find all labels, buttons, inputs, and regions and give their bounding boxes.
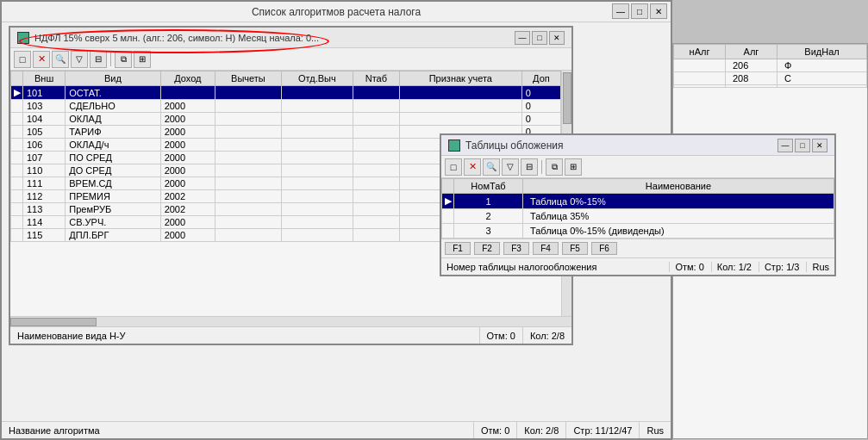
tax-search-button[interactable]: 🔍 — [483, 158, 500, 176]
tax-minimize-button[interactable]: — — [777, 139, 793, 152]
sub-status-bar: Наименование вида Н-У Отм: 0 Кол: 2/8 — [10, 326, 571, 344]
filter-button[interactable]: ▽ — [71, 51, 88, 68]
table-row[interactable]: 104 ОКЛАД 2000 0 — [11, 113, 561, 126]
tax-table-row[interactable]: 2 Таблица 35% — [442, 209, 834, 224]
col-dohod-header: Доход — [160, 71, 215, 86]
col-priznak-header: Признак учета — [399, 71, 521, 86]
tax-status-str: Стр: 1/3 — [759, 262, 800, 272]
main-window-controls: — □ ✕ — [612, 3, 667, 19]
maximize-button[interactable]: □ — [631, 3, 648, 19]
col-vychety-header: Вычеты — [215, 71, 282, 86]
main-bottom-status: Название алгоритма Отм: 0 Кол: 2/8 Стр: … — [2, 421, 671, 438]
tax-table-row[interactable]: 3 Таблица 0%-15% (дивиденды) — [442, 224, 834, 239]
fn-key-f4[interactable]: F4 — [533, 242, 559, 255]
col-dop-header: Доп — [521, 71, 560, 86]
fn-key-f1[interactable]: F1 — [445, 242, 471, 255]
tax-table-row[interactable]: ▶ 1 Таблица 0%-15% — [442, 194, 834, 209]
fn-key-f6[interactable]: F6 — [591, 242, 617, 255]
col-indicator-header — [11, 71, 23, 86]
right-table-row — [674, 85, 867, 88]
tax-filter-button[interactable]: ▽ — [502, 158, 519, 176]
col-otd-vych-header: Отд.Выч — [281, 71, 353, 86]
tax-status-kol: Кол: 1/2 — [711, 262, 752, 272]
tax-toolbar: □ ✕ 🔍 ▽ ⊟ ⧉ ⊞ — [441, 156, 834, 178]
tax-close-button[interactable]: ✕ — [812, 139, 827, 152]
sub-toolbar: □ ✕ 🔍 ▽ ⊟ ⧉ ⊞ — [10, 48, 571, 71]
toolbar-separator — [110, 53, 111, 66]
tax-status-otm: Отм: 0 — [669, 262, 703, 272]
tax-fn-bar: F1F2F3F4F5F6 — [441, 239, 834, 257]
main-status-kol: Кол: 2/8 — [517, 422, 566, 438]
tax-copy-button[interactable]: ⧉ — [546, 158, 563, 176]
fn-key-f5[interactable]: F5 — [562, 242, 588, 255]
tax-titlebar: Таблицы обложения — □ ✕ — [441, 135, 834, 156]
tax-data-table: НомТаб Наименование ▶ 1 Таблица 0%-15% 2… — [441, 178, 834, 239]
table-row[interactable]: 103 СДЕЛЬНО 2000 0 — [11, 100, 561, 113]
col-vid-header: Вид — [66, 71, 160, 86]
paste-button[interactable]: ⊞ — [134, 51, 151, 68]
tax-paste-button[interactable]: ⊞ — [565, 158, 582, 176]
main-status-str: Стр: 11/12/47 — [566, 422, 640, 438]
delete-record-button[interactable]: ✕ — [33, 51, 50, 68]
tax-window-title: Таблицы обложения — [465, 139, 777, 152]
sub-titlebar: НДФЛ 15% сверх 5 млн. (алг.: 206, символ… — [10, 28, 571, 48]
new-record-button[interactable]: □ — [14, 51, 31, 68]
tax-new-button[interactable]: □ — [445, 158, 462, 176]
sub-maximize-button[interactable]: □ — [532, 31, 547, 45]
tax-window: Таблицы обложения — □ ✕ □ ✕ 🔍 ▽ ⊟ ⧉ ⊞ Но… — [440, 133, 836, 276]
col-ntab-header: Nтаб — [353, 71, 399, 86]
tax-delete-button[interactable]: ✕ — [464, 158, 481, 176]
main-status-rus: Rus — [640, 422, 671, 438]
search-button[interactable]: 🔍 — [52, 51, 69, 68]
main-status-otm: Отм: 0 — [474, 422, 517, 438]
tax-window-controls: — □ ✕ — [777, 139, 827, 152]
col-vidnal: ВидНал — [777, 45, 867, 59]
right-table-row: 208 С — [674, 72, 867, 85]
copy-button[interactable]: ⧉ — [115, 51, 132, 68]
main-status-label: Название алгоритма — [2, 422, 474, 438]
col-alg: Алг — [726, 45, 777, 59]
tax-col-naim: Наименование — [523, 179, 834, 194]
right-table-row: 206 Ф — [674, 59, 867, 72]
tax-col-nomtab: НомТаб — [454, 179, 523, 194]
tax-maximize-button[interactable]: □ — [795, 139, 810, 152]
minimize-button[interactable]: — — [612, 3, 629, 19]
scroll-thumb-v[interactable] — [563, 72, 571, 124]
col-vnsh-header: Внш — [23, 71, 66, 86]
sub-status-kol: Кол: 2/8 — [523, 327, 571, 344]
tax-status-bar: Номер таблицы налогообложения Отм: 0 Кол… — [441, 257, 834, 275]
horizontal-scrollbar[interactable] — [10, 316, 571, 326]
main-window-title: Список алгоритмов расчета налога — [252, 6, 421, 18]
tax-col-indicator — [442, 179, 454, 194]
scroll-thumb-h[interactable] — [10, 318, 97, 326]
col-nalg: нАлг — [674, 45, 726, 59]
sub-status-label: Наименование вида Н-У — [10, 327, 480, 344]
sub-window-icon — [17, 32, 29, 44]
tax-window-icon — [448, 139, 460, 152]
main-titlebar: Список алгоритмов расчета налога — □ ✕ — [2, 2, 671, 22]
fn-key-f3[interactable]: F3 — [503, 242, 529, 255]
close-button[interactable]: ✕ — [650, 3, 667, 19]
table-row[interactable]: ▶ 101 ОСТАТ. 0 — [11, 86, 561, 100]
sub-close-button[interactable]: ✕ — [549, 31, 565, 45]
tax-status-label: Номер таблицы налогообложения — [446, 262, 662, 272]
sub-minimize-button[interactable]: — — [515, 31, 530, 45]
sub-window-controls: — □ ✕ — [515, 31, 565, 45]
fn-key-f2[interactable]: F2 — [474, 242, 500, 255]
tax-status-rus: Rus — [806, 262, 829, 272]
tax-print-button[interactable]: ⊟ — [521, 158, 538, 176]
sub-window-title: НДФЛ 15% сверх 5 млн. (алг.: 206, символ… — [34, 33, 508, 43]
tax-toolbar-sep — [541, 160, 542, 174]
print-button[interactable]: ⊟ — [90, 51, 107, 68]
sub-status-otm: Отм: 0 — [480, 327, 523, 344]
